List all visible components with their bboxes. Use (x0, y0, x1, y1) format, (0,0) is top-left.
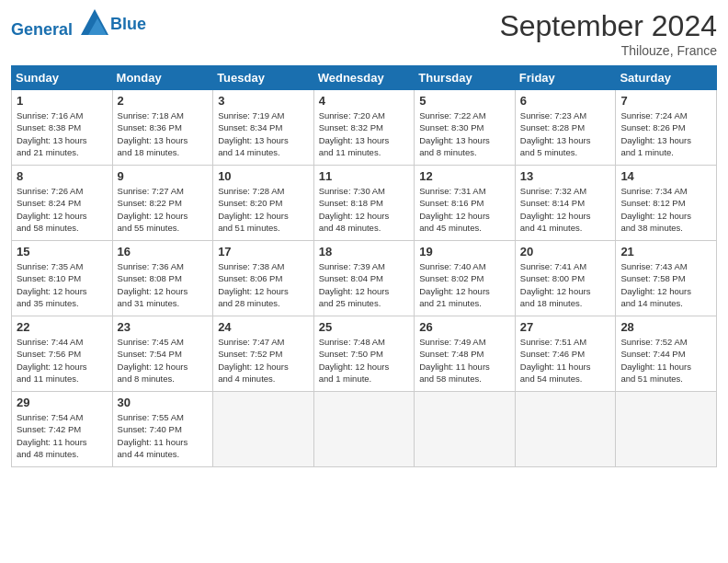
calendar-cell: 27Sunrise: 7:51 AMSunset: 7:46 PMDayligh… (515, 316, 616, 392)
day-info: Sunrise: 7:51 AMSunset: 7:46 PMDaylight:… (520, 336, 611, 385)
day-info: Sunrise: 7:43 AMSunset: 7:58 PMDaylight:… (620, 260, 711, 309)
calendar-cell: 14Sunrise: 7:34 AMSunset: 8:12 PMDayligh… (616, 166, 717, 241)
col-tuesday: Tuesday (213, 66, 314, 90)
calendar-cell: 6Sunrise: 7:23 AMSunset: 8:28 PMDaylight… (515, 90, 616, 166)
day-info: Sunrise: 7:48 AMSunset: 7:50 PMDaylight:… (319, 336, 410, 385)
day-number: 14 (620, 169, 711, 183)
page-container: General Blue September 2024 Thilouze, Fr… (0, 0, 728, 477)
calendar-cell: 23Sunrise: 7:45 AMSunset: 7:54 PMDayligh… (112, 316, 213, 392)
calendar-cell: 1Sunrise: 7:16 AMSunset: 8:38 PMDaylight… (12, 90, 113, 166)
title-area: September 2024 Thilouze, France (499, 9, 717, 58)
day-info: Sunrise: 7:20 AMSunset: 8:32 PMDaylight:… (319, 109, 410, 158)
day-number: 16 (118, 245, 209, 259)
logo: General Blue (11, 9, 146, 40)
day-number: 8 (17, 169, 108, 183)
header-row: Sunday Monday Tuesday Wednesday Thursday… (12, 66, 717, 90)
calendar-cell: 16Sunrise: 7:36 AMSunset: 8:08 PMDayligh… (112, 241, 213, 316)
day-number: 29 (17, 396, 108, 409)
calendar-week-3: 15Sunrise: 7:35 AMSunset: 8:10 PMDayligh… (12, 241, 717, 316)
day-number: 1 (17, 94, 108, 108)
day-number: 28 (620, 320, 711, 334)
calendar-cell (313, 392, 415, 467)
day-number: 25 (319, 320, 410, 334)
day-number: 12 (419, 169, 510, 183)
calendar-cell: 4Sunrise: 7:20 AMSunset: 8:32 PMDaylight… (313, 90, 415, 166)
day-number: 15 (17, 245, 108, 259)
calendar-cell: 3Sunrise: 7:19 AMSunset: 8:34 PMDaylight… (213, 90, 314, 166)
day-info: Sunrise: 7:41 AMSunset: 8:00 PMDaylight:… (520, 260, 611, 309)
col-friday: Friday (515, 66, 616, 90)
logo-text: General (11, 9, 108, 40)
day-info: Sunrise: 7:26 AMSunset: 8:24 PMDaylight:… (17, 185, 108, 234)
header: General Blue September 2024 Thilouze, Fr… (11, 9, 717, 58)
calendar-week-2: 8Sunrise: 7:26 AMSunset: 8:24 PMDaylight… (12, 166, 717, 241)
day-info: Sunrise: 7:30 AMSunset: 8:18 PMDaylight:… (319, 185, 410, 234)
day-info: Sunrise: 7:32 AMSunset: 8:14 PMDaylight:… (520, 185, 611, 234)
calendar-cell: 25Sunrise: 7:48 AMSunset: 7:50 PMDayligh… (313, 316, 415, 392)
day-number: 23 (118, 320, 209, 334)
day-number: 5 (419, 94, 510, 108)
calendar-cell: 2Sunrise: 7:18 AMSunset: 8:36 PMDaylight… (112, 90, 213, 166)
calendar-week-1: 1Sunrise: 7:16 AMSunset: 8:38 PMDaylight… (12, 90, 717, 166)
calendar-cell: 19Sunrise: 7:40 AMSunset: 8:02 PMDayligh… (415, 241, 516, 316)
day-info: Sunrise: 7:45 AMSunset: 7:54 PMDaylight:… (118, 336, 209, 385)
calendar-cell (616, 392, 717, 467)
day-info: Sunrise: 7:44 AMSunset: 7:56 PMDaylight:… (17, 336, 108, 385)
day-info: Sunrise: 7:31 AMSunset: 8:16 PMDaylight:… (419, 185, 510, 234)
day-number: 20 (520, 245, 611, 259)
day-info: Sunrise: 7:23 AMSunset: 8:28 PMDaylight:… (520, 109, 611, 158)
day-number: 17 (218, 245, 309, 259)
calendar-cell: 22Sunrise: 7:44 AMSunset: 7:56 PMDayligh… (12, 316, 113, 392)
calendar-cell: 30Sunrise: 7:55 AMSunset: 7:40 PMDayligh… (112, 392, 213, 467)
logo-blue: Blue (110, 15, 146, 34)
day-number: 2 (118, 94, 209, 108)
calendar-cell: 8Sunrise: 7:26 AMSunset: 8:24 PMDaylight… (12, 166, 113, 241)
day-number: 21 (620, 245, 711, 259)
day-number: 13 (520, 169, 611, 183)
day-info: Sunrise: 7:52 AMSunset: 7:44 PMDaylight:… (620, 336, 711, 385)
calendar-cell: 28Sunrise: 7:52 AMSunset: 7:44 PMDayligh… (616, 316, 717, 392)
calendar-cell: 15Sunrise: 7:35 AMSunset: 8:10 PMDayligh… (12, 241, 113, 316)
calendar-cell: 29Sunrise: 7:54 AMSunset: 7:42 PMDayligh… (12, 392, 113, 467)
day-info: Sunrise: 7:28 AMSunset: 8:20 PMDaylight:… (218, 185, 309, 234)
day-number: 22 (17, 320, 108, 334)
day-info: Sunrise: 7:40 AMSunset: 8:02 PMDaylight:… (419, 260, 510, 309)
day-number: 24 (218, 320, 309, 334)
calendar-table: Sunday Monday Tuesday Wednesday Thursday… (11, 65, 717, 467)
day-info: Sunrise: 7:36 AMSunset: 8:08 PMDaylight:… (118, 260, 209, 309)
col-thursday: Thursday (415, 66, 516, 90)
col-monday: Monday (112, 66, 213, 90)
day-info: Sunrise: 7:55 AMSunset: 7:40 PMDaylight:… (118, 411, 209, 460)
day-info: Sunrise: 7:27 AMSunset: 8:22 PMDaylight:… (118, 185, 209, 234)
calendar-cell: 13Sunrise: 7:32 AMSunset: 8:14 PMDayligh… (515, 166, 616, 241)
day-number: 6 (520, 94, 611, 108)
day-info: Sunrise: 7:34 AMSunset: 8:12 PMDaylight:… (620, 185, 711, 234)
day-info: Sunrise: 7:18 AMSunset: 8:36 PMDaylight:… (118, 109, 209, 158)
col-sunday: Sunday (12, 66, 113, 90)
day-number: 27 (520, 320, 611, 334)
day-info: Sunrise: 7:19 AMSunset: 8:34 PMDaylight:… (218, 109, 309, 158)
location: Thilouze, France (499, 43, 717, 58)
calendar-cell: 24Sunrise: 7:47 AMSunset: 7:52 PMDayligh… (213, 316, 314, 392)
day-info: Sunrise: 7:49 AMSunset: 7:48 PMDaylight:… (419, 336, 510, 385)
calendar-cell (515, 392, 616, 467)
calendar-cell: 18Sunrise: 7:39 AMSunset: 8:04 PMDayligh… (313, 241, 415, 316)
calendar-cell: 10Sunrise: 7:28 AMSunset: 8:20 PMDayligh… (213, 166, 314, 241)
day-info: Sunrise: 7:54 AMSunset: 7:42 PMDaylight:… (17, 411, 108, 460)
day-number: 18 (319, 245, 410, 259)
day-number: 9 (118, 169, 209, 183)
calendar-cell (415, 392, 516, 467)
day-number: 10 (218, 169, 309, 183)
calendar-cell: 7Sunrise: 7:24 AMSunset: 8:26 PMDaylight… (616, 90, 717, 166)
day-info: Sunrise: 7:24 AMSunset: 8:26 PMDaylight:… (620, 109, 711, 158)
day-info: Sunrise: 7:22 AMSunset: 8:30 PMDaylight:… (419, 109, 510, 158)
day-info: Sunrise: 7:35 AMSunset: 8:10 PMDaylight:… (17, 260, 108, 309)
day-info: Sunrise: 7:39 AMSunset: 8:04 PMDaylight:… (319, 260, 410, 309)
day-number: 30 (118, 396, 209, 409)
col-wednesday: Wednesday (313, 66, 415, 90)
calendar-cell: 20Sunrise: 7:41 AMSunset: 8:00 PMDayligh… (515, 241, 616, 316)
calendar-cell: 12Sunrise: 7:31 AMSunset: 8:16 PMDayligh… (415, 166, 516, 241)
day-info: Sunrise: 7:38 AMSunset: 8:06 PMDaylight:… (218, 260, 309, 309)
calendar-cell: 5Sunrise: 7:22 AMSunset: 8:30 PMDaylight… (415, 90, 516, 166)
calendar-cell: 9Sunrise: 7:27 AMSunset: 8:22 PMDaylight… (112, 166, 213, 241)
